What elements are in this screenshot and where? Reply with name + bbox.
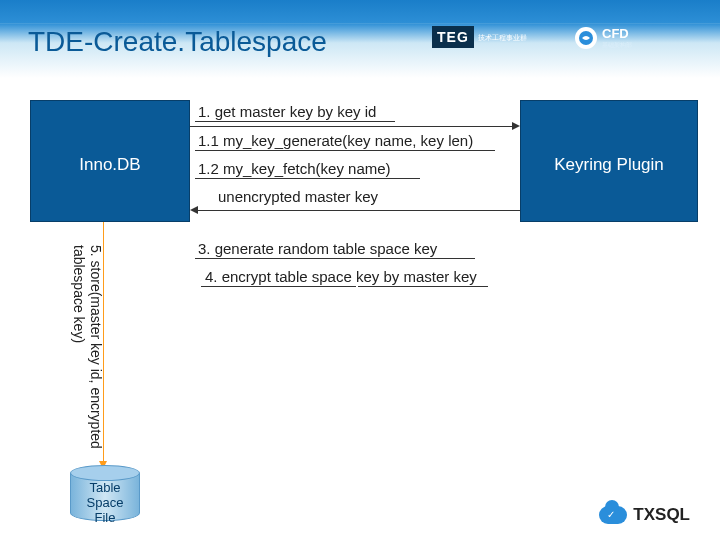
msg-1-1: 1.1 my_key_generate(key name, key len) (198, 132, 473, 149)
teg-logo: TEG 技术工程事业群 (432, 26, 527, 48)
cfd-icon (575, 27, 597, 49)
msg-1-1-underline (195, 150, 495, 151)
file-l3: File (95, 510, 116, 525)
footer-logo: ✓ TXSQL (599, 505, 690, 525)
arrow-2 (198, 210, 520, 211)
cylinder-top (70, 465, 140, 481)
tablespace-file: Table Space File (70, 465, 140, 525)
cfd-logo-text: CFD (602, 26, 632, 41)
msg-3: 3. generate random table space key (198, 240, 437, 257)
check-icon: ✓ (607, 509, 615, 520)
cloud-icon: ✓ (599, 506, 627, 524)
arrow-1 (190, 126, 512, 127)
file-l2: Space (87, 495, 124, 510)
msg-1-2: 1.2 my_key_fetch(key name) (198, 160, 391, 177)
slide-title: TDE-Create.Tablespace (28, 26, 327, 58)
cfd-logo: CFD 基础架构部 (575, 26, 632, 50)
msg-4-underline-2 (358, 286, 488, 287)
tablespace-file-label: Table Space File (70, 481, 140, 526)
arrow-2-head (190, 206, 198, 214)
file-l1: Table (89, 480, 120, 495)
msg-4-underline (201, 286, 356, 287)
keyring-label: Keyring Plugin (520, 155, 698, 175)
msg-1-2-underline (195, 178, 420, 179)
cfd-logo-sub: 基础架构部 (602, 41, 632, 50)
innodb-label: Inno.DB (30, 155, 190, 175)
footer-text: TXSQL (633, 505, 690, 525)
teg-logo-text: TEG (432, 26, 474, 48)
header-divider (0, 23, 720, 24)
msg-1: 1. get master key by key id (198, 103, 376, 120)
msg-5: 5. store(master key id, encrypted tables… (70, 245, 104, 455)
teg-logo-sub: 技术工程事业群 (478, 34, 527, 41)
msg-3-underline (195, 258, 475, 259)
msg-2: unencrypted master key (218, 188, 378, 205)
msg-4: 4. encrypt table space key by master key (205, 268, 477, 285)
msg-1-underline (195, 121, 395, 122)
arrow-1-head (512, 122, 520, 130)
